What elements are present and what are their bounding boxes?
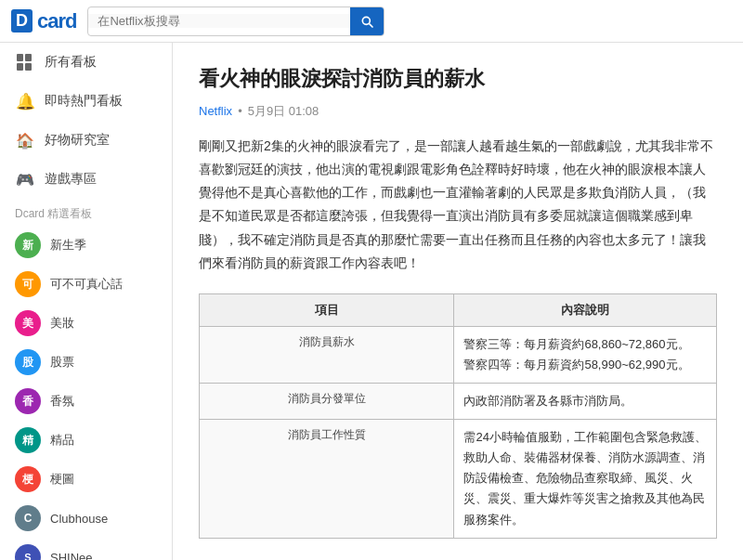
table-cell-salary-label: 消防員薪水 bbox=[200, 326, 454, 383]
sidebar-good-stuff-label: 好物研究室 bbox=[45, 132, 110, 149]
sidebar-freshman-label: 新生季 bbox=[50, 237, 86, 254]
sidebar-all-boards-label: 所有看板 bbox=[45, 54, 97, 71]
sidebar-item-perfume[interactable]: 香 香氛 bbox=[0, 382, 172, 421]
search-bar bbox=[87, 7, 385, 36]
shop-icon: 🏠 bbox=[15, 130, 35, 150]
sidebar-shinee-label: SHINee bbox=[50, 551, 93, 561]
sidebar-honest-label: 可不可真心話 bbox=[50, 276, 123, 293]
sidebar-item-games[interactable]: 🎮 遊戲專區 bbox=[0, 160, 172, 199]
avatar-perfume: 香 bbox=[15, 388, 41, 414]
sidebar-perfume-label: 香氛 bbox=[50, 393, 74, 410]
sidebar-beauty-label: 美妝 bbox=[50, 315, 74, 332]
avatar-beauty: 美 bbox=[15, 310, 41, 336]
avatar-honest: 可 bbox=[15, 271, 41, 297]
sidebar-item-all-boards[interactable]: 所有看板 bbox=[0, 43, 172, 82]
table-row-unit: 消防員分發單位 內政部消防署及各縣市消防局。 bbox=[200, 384, 717, 420]
table-row-duty: 消防員工作性質 需24小時輪值服勤，工作範圍包含緊急救護、救助人命、裝備器材保養… bbox=[200, 420, 717, 538]
article-date: 5月9日 01:08 bbox=[248, 103, 319, 120]
table-cell-salary-content: 警察三等：每月薪資約68,860~72,860元。警察四等：每月薪資約58,99… bbox=[454, 326, 717, 383]
table-header-desc: 內容說明 bbox=[454, 293, 717, 326]
article-meta: Netflix • 5月9日 01:08 bbox=[199, 103, 717, 120]
meta-separator: • bbox=[238, 104, 242, 118]
sidebar-item-hot-boards[interactable]: 🔔 即時熱門看板 bbox=[0, 82, 172, 121]
table-cell-unit-label: 消防員分發單位 bbox=[200, 384, 454, 420]
avatar-stock: 股 bbox=[15, 349, 41, 375]
sidebar-games-label: 遊戲專區 bbox=[45, 171, 97, 188]
game-icon: 🎮 bbox=[15, 169, 35, 189]
logo-d-icon: D bbox=[11, 9, 33, 33]
table-row-salary: 消防員薪水 警察三等：每月薪資約68,860~72,860元。警察四等：每月薪資… bbox=[200, 326, 717, 383]
table-header-item: 項目 bbox=[200, 293, 454, 326]
main-content: 所有看板 🔔 即時熱門看板 🏠 好物研究室 🎮 遊戲專區 Dcard 精選看板 … bbox=[0, 43, 743, 560]
sidebar-item-beauty[interactable]: 美 美妝 bbox=[0, 304, 172, 343]
sidebar-stock-label: 股票 bbox=[50, 354, 74, 371]
search-input[interactable] bbox=[88, 14, 350, 28]
sidebar-section-title: Dcard 精選看板 bbox=[0, 199, 172, 226]
app-container: Dcard 所有看板 🔔 bbox=[0, 0, 743, 560]
article-body: 剛剛又把新2集的火神的眼淚看完了，是一部讓人越看越生氣的一部戲劇說，尤其我非常不… bbox=[199, 135, 717, 275]
logo[interactable]: Dcard bbox=[11, 9, 76, 33]
article-title: 看火神的眼淚探討消防員的薪水 bbox=[199, 65, 717, 94]
avatar-freshman: 新 bbox=[15, 232, 41, 258]
sidebar-item-stock[interactable]: 股 股票 bbox=[0, 343, 172, 382]
sidebar-item-honest[interactable]: 可 可不可真心話 bbox=[0, 265, 172, 304]
sidebar-item-shinee[interactable]: S SHINee bbox=[0, 538, 172, 560]
avatar-meme: 梗 bbox=[15, 466, 41, 492]
article-source[interactable]: Netflix bbox=[199, 104, 232, 118]
sidebar-item-freshman[interactable]: 新 新生季 bbox=[0, 226, 172, 265]
content-area: 看火神的眼淚探討消防員的薪水 Netflix • 5月9日 01:08 剛剛又把… bbox=[173, 43, 743, 560]
sidebar-item-clubhouse[interactable]: C Clubhouse bbox=[0, 499, 172, 538]
avatar-clubhouse: C bbox=[15, 505, 41, 531]
sidebar-luxury-label: 精品 bbox=[50, 432, 74, 449]
table-cell-duty-content: 需24小時輪值服勤，工作範圍包含緊急救護、救助人命、裝備器材保養、消防水源調查、… bbox=[454, 420, 717, 538]
search-button[interactable] bbox=[350, 7, 384, 36]
sidebar-meme-label: 梗圖 bbox=[50, 471, 74, 488]
sidebar-item-good-stuff[interactable]: 🏠 好物研究室 bbox=[0, 121, 172, 160]
sidebar-item-meme[interactable]: 梗 梗圖 bbox=[0, 460, 172, 499]
sidebar-hot-boards-label: 即時熱門看板 bbox=[45, 93, 123, 110]
avatar-shinee: S bbox=[15, 544, 41, 560]
salary-table: 項目 內容說明 消防員薪水 警察三等：每月薪資約68,860~72,860元。警… bbox=[199, 293, 717, 539]
search-icon bbox=[359, 14, 374, 29]
grid-icon bbox=[15, 52, 35, 72]
table-cell-unit-content: 內政部消防署及各縣市消防局。 bbox=[454, 384, 717, 420]
sidebar-item-luxury[interactable]: 精 精品 bbox=[0, 421, 172, 460]
avatar-luxury: 精 bbox=[15, 427, 41, 453]
logo-text: card bbox=[37, 9, 76, 33]
table-cell-duty-label: 消防員工作性質 bbox=[200, 420, 454, 538]
header: Dcard bbox=[0, 0, 743, 43]
sidebar-clubhouse-label: Clubhouse bbox=[50, 512, 108, 526]
article-paragraph-1: 剛剛又把新2集的火神的眼淚看完了，是一部讓人越看越生氣的一部戲劇說，尤其我非常不… bbox=[199, 135, 717, 275]
fire-icon: 🔔 bbox=[15, 91, 35, 111]
sidebar: 所有看板 🔔 即時熱門看板 🏠 好物研究室 🎮 遊戲專區 Dcard 精選看板 … bbox=[0, 43, 173, 560]
